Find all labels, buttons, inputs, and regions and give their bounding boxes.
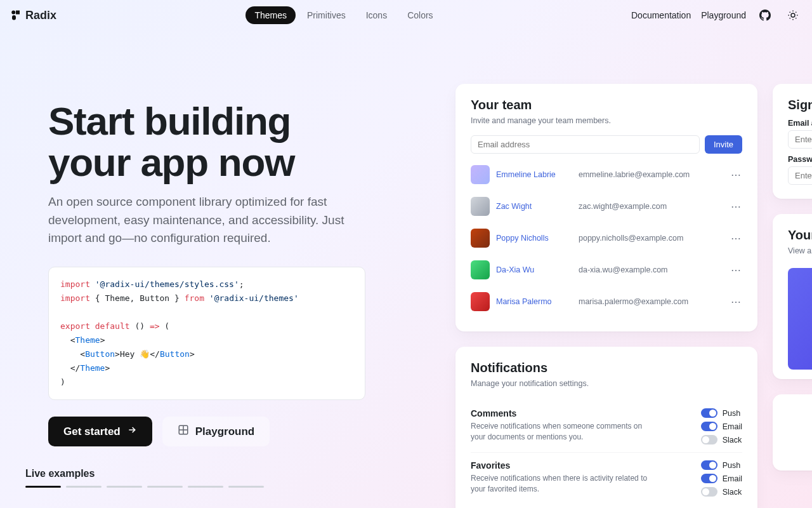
- invite-button[interactable]: Invite: [705, 135, 742, 154]
- switch-email[interactable]: [701, 422, 717, 431]
- member-menu-icon[interactable]: ⋯: [731, 264, 742, 276]
- main-content: Start building your app now An open sour…: [0, 30, 812, 488]
- signup-card: Sign Email a Passwo: [773, 84, 812, 199]
- profile-preview: [788, 268, 812, 370]
- team-member-row: Emmeline Labrie emmeline.labrie@example.…: [471, 159, 742, 190]
- live-tab-6[interactable]: [228, 486, 264, 488]
- member-menu-icon[interactable]: ⋯: [731, 296, 742, 308]
- team-member-row: Poppy Nicholls poppy.nicholls@example.co…: [471, 222, 742, 254]
- demo-panels: Your team Invite and manage your team me…: [455, 84, 812, 508]
- notif-item-desc: Receive notifications when someone comme…: [471, 421, 648, 443]
- nav-tab-themes[interactable]: Themes: [246, 6, 296, 24]
- top-nav: Radix Themes Primitives Icons Colors Doc…: [0, 0, 812, 30]
- svg-rect-1: [16, 11, 20, 15]
- hero-title: Start building your app now: [48, 100, 393, 183]
- live-tab-2[interactable]: [66, 486, 102, 488]
- logo-text: Radix: [25, 9, 56, 22]
- notifications-card: Notifications Manage your notification s…: [455, 347, 757, 508]
- nav-right: Documentation Playground: [631, 6, 802, 24]
- signup-password-input[interactable]: [788, 166, 812, 185]
- member-email: poppy.nicholls@example.com: [579, 234, 724, 243]
- live-tab-5[interactable]: [188, 486, 223, 488]
- team-title: Your team: [471, 98, 742, 112]
- nav-tab-icons[interactable]: Icons: [357, 6, 396, 24]
- github-icon[interactable]: [756, 6, 774, 24]
- nav-link-playground[interactable]: Playground: [701, 10, 746, 20]
- notifications-subtitle: Manage your notification settings.: [471, 379, 742, 388]
- team-card: Your team Invite and manage your team me…: [455, 84, 757, 331]
- svg-point-3: [791, 13, 795, 17]
- get-started-button[interactable]: Get started: [48, 417, 152, 446]
- profile-card: Your View an: [773, 214, 812, 379]
- svg-point-0: [11, 11, 15, 15]
- profile-title: Your: [788, 228, 812, 243]
- live-tab-1[interactable]: [25, 486, 61, 488]
- extra-card: [773, 394, 812, 471]
- notification-setting-row: Favorites Receive notifications when the…: [471, 453, 742, 504]
- playground-label: Playground: [195, 425, 255, 438]
- avatar: [471, 292, 490, 311]
- avatar: [471, 165, 490, 184]
- member-menu-icon[interactable]: ⋯: [731, 169, 742, 181]
- member-name[interactable]: Da-Xia Wu: [496, 265, 572, 274]
- switch-push[interactable]: [701, 408, 717, 418]
- member-email: marisa.palermo@example.com: [579, 297, 724, 306]
- live-examples-title: Live examples: [25, 468, 393, 479]
- live-examples-tabs: [25, 486, 393, 488]
- avatar: [471, 229, 490, 248]
- switch-slack[interactable]: [701, 435, 717, 444]
- member-name[interactable]: Emmeline Labrie: [496, 170, 572, 179]
- hero-title-line2: your app now: [48, 140, 294, 184]
- member-email: emmeline.labrie@example.com: [579, 170, 724, 179]
- live-examples: Live examples: [48, 468, 393, 488]
- member-email: zac.wight@example.com: [579, 202, 724, 211]
- team-member-row: Marisa Palermo marisa.palermo@example.co…: [471, 286, 742, 318]
- invite-email-input[interactable]: [471, 135, 700, 154]
- avatar: [471, 260, 490, 279]
- playground-button[interactable]: Playground: [162, 417, 270, 446]
- logo[interactable]: Radix: [10, 9, 56, 22]
- live-tab-3[interactable]: [107, 486, 142, 488]
- channel-label: Push: [723, 409, 741, 418]
- member-menu-icon[interactable]: ⋯: [731, 232, 742, 244]
- nav-tabs: Themes Primitives Icons Colors: [246, 6, 442, 24]
- notif-item-title: Favorites: [471, 460, 701, 471]
- email-label: Email a: [788, 119, 812, 128]
- grid-icon: [178, 424, 189, 439]
- member-email: da-xia.wu@example.com: [579, 265, 724, 274]
- switch-email[interactable]: [701, 474, 717, 483]
- radix-logo-icon: [10, 10, 22, 21]
- channel-label: Slack: [723, 488, 742, 497]
- cta-row: Get started Playground: [48, 417, 393, 446]
- password-label: Passwo: [788, 155, 812, 164]
- code-snippet: import '@radix-ui/themes/styles.css'; im…: [48, 267, 365, 401]
- notifications-title: Notifications: [471, 361, 742, 375]
- nav-tab-colors[interactable]: Colors: [398, 6, 442, 24]
- switch-push[interactable]: [701, 460, 717, 470]
- notif-item-title: Comments: [471, 408, 701, 418]
- live-tab-4[interactable]: [147, 486, 183, 488]
- channel-label: Slack: [723, 436, 742, 444]
- hero-subtitle: An open source component library optimiz…: [48, 193, 372, 248]
- team-member-row: Da-Xia Wu da-xia.wu@example.com ⋯: [471, 254, 742, 286]
- switch-slack[interactable]: [701, 487, 717, 497]
- team-member-row: Zac Wight zac.wight@example.com ⋯: [471, 190, 742, 222]
- theme-toggle-icon[interactable]: [784, 6, 802, 24]
- member-name[interactable]: Zac Wight: [496, 202, 572, 211]
- hero-title-line1: Start building: [48, 99, 291, 143]
- member-name[interactable]: Poppy Nicholls: [496, 234, 572, 243]
- nav-tab-primitives[interactable]: Primitives: [298, 6, 355, 24]
- notif-item-desc: Receive notifications when there is acti…: [471, 473, 648, 495]
- member-menu-icon[interactable]: ⋯: [731, 201, 742, 213]
- channel-label: Email: [723, 474, 742, 483]
- member-name[interactable]: Marisa Palermo: [496, 297, 572, 306]
- svg-rect-2: [12, 15, 16, 20]
- profile-subtitle: View an: [788, 246, 812, 255]
- avatar: [471, 197, 490, 216]
- nav-link-documentation[interactable]: Documentation: [631, 10, 691, 20]
- channel-label: Email: [723, 422, 742, 431]
- hero: Start building your app now An open sour…: [0, 30, 406, 488]
- notification-setting-row: Comments Receive notifications when some…: [471, 401, 742, 453]
- team-subtitle: Invite and manage your team members.: [471, 116, 742, 125]
- signup-email-input[interactable]: [788, 130, 812, 149]
